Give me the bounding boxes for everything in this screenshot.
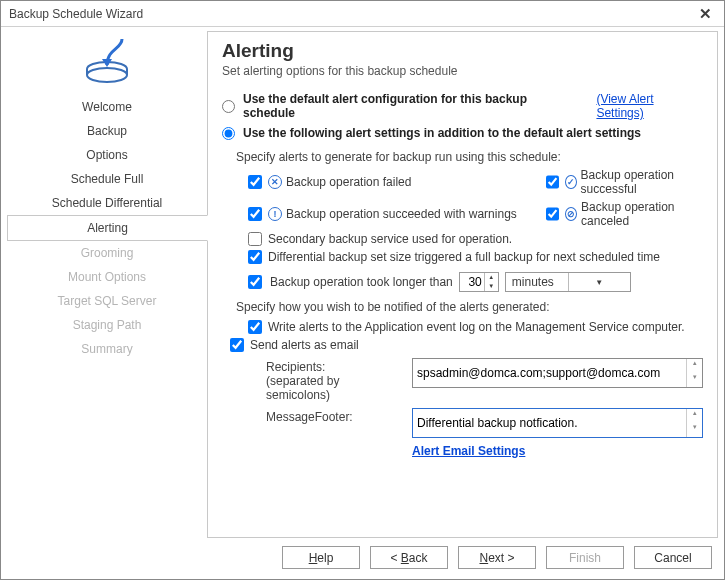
left-column: WelcomeBackupOptionsSchedule FullSchedul…: [7, 31, 207, 538]
success-icon: ✓: [565, 175, 577, 189]
view-alert-settings-link[interactable]: (View Alert Settings): [596, 92, 703, 120]
notify-eventlog-label: Write alerts to the Application event lo…: [268, 320, 685, 334]
finish-button[interactable]: Finish: [546, 546, 624, 569]
alert-canceled-checkbox[interactable]: [546, 207, 559, 221]
alert-success-row: ✓ Backup operation successful: [546, 168, 703, 196]
page-subtitle: Set alerting options for this backup sch…: [222, 64, 703, 78]
duration-input[interactable]: [460, 273, 484, 291]
alert-warnings-checkbox[interactable]: [248, 207, 262, 221]
body: WelcomeBackupOptionsSchedule FullSchedul…: [1, 27, 724, 538]
fail-icon: ✕: [268, 175, 282, 189]
notify-block: Write alerts to the Application event lo…: [248, 320, 703, 458]
spinner-down-icon[interactable]: ▼: [485, 282, 498, 291]
recipients-label: Recipients: (separated by semicolons): [266, 358, 406, 402]
back-button[interactable]: < Back: [370, 546, 448, 569]
notify-eventlog-row: Write alerts to the Application event lo…: [248, 320, 703, 334]
email-settings-row: Alert Email Settings: [266, 444, 703, 458]
alert-warnings-row: ! Backup operation succeeded with warnin…: [248, 207, 538, 221]
radio-default-row: Use the default alert configuration for …: [222, 92, 703, 120]
next-button[interactable]: Next >: [458, 546, 536, 569]
close-button[interactable]: ✕: [686, 5, 724, 22]
radio-custom-label: Use the following alert settings in addi…: [243, 126, 641, 140]
help-button[interactable]: Help: [282, 546, 360, 569]
window-title: Backup Schedule Wizard: [9, 7, 143, 21]
footer-label: MessageFooter:: [266, 408, 406, 424]
wizard-step-welcome[interactable]: Welcome: [7, 95, 207, 119]
hero-icon: [7, 31, 207, 91]
alerts-section-label: Specify alerts to generate for backup ru…: [236, 150, 703, 164]
alert-warnings-label: Backup operation succeeded with warnings: [286, 207, 517, 221]
recipients-input[interactable]: [413, 359, 686, 387]
notify-email-label: Send alerts as email: [250, 338, 359, 352]
cancel-button[interactable]: Cancel: [634, 546, 712, 569]
wizard-step-mount-options: Mount Options: [7, 265, 207, 289]
duration-unit-combo[interactable]: minutes ▼: [505, 272, 631, 292]
warning-icon: !: [268, 207, 282, 221]
notify-email-checkbox[interactable]: [230, 338, 244, 352]
wizard-window: Backup Schedule Wizard ✕ WelcomeBackupOp…: [0, 0, 725, 580]
alert-canceled-row: ⊘ Backup operation canceled: [546, 200, 703, 228]
alert-diff-trigger-row: Differential backup set size triggered a…: [248, 250, 703, 264]
alert-longer-row: Backup operation took longer than ▲ ▼ mi…: [248, 272, 703, 292]
radio-custom[interactable]: [222, 127, 235, 140]
content-panel: Alerting Set alerting options for this b…: [207, 31, 718, 538]
scrollbar[interactable]: ▴▾: [686, 359, 702, 387]
wizard-step-alerting[interactable]: Alerting: [7, 215, 208, 241]
alert-failed-checkbox[interactable]: [248, 175, 262, 189]
alerts-grid: ✕ Backup operation failed ✓ Backup opera…: [248, 168, 703, 292]
page-title: Alerting: [222, 40, 703, 62]
footer-input-wrap: ▴▾: [412, 408, 703, 438]
svg-point-0: [87, 68, 127, 82]
wizard-step-staging-path: Staging Path: [7, 313, 207, 337]
footer-row: MessageFooter: ▴▾: [266, 408, 703, 438]
backup-icon: [78, 37, 136, 85]
recipients-row: Recipients: (separated by semicolons) ▴▾: [266, 358, 703, 402]
alert-canceled-label: Backup operation canceled: [581, 200, 703, 228]
alert-secondary-checkbox[interactable]: [248, 232, 262, 246]
alert-longer-label: Backup operation took longer than: [270, 275, 453, 289]
wizard-step-backup[interactable]: Backup: [7, 119, 207, 143]
wizard-step-grooming: Grooming: [7, 241, 207, 265]
wizard-step-schedule-differential[interactable]: Schedule Differential: [7, 191, 207, 215]
wizard-step-target-sql-server: Target SQL Server: [7, 289, 207, 313]
radio-default-label: Use the default alert configuration for …: [243, 92, 578, 120]
alert-email-settings-link[interactable]: Alert Email Settings: [412, 444, 525, 458]
alert-failed-row: ✕ Backup operation failed: [248, 175, 538, 189]
notify-email-row: Send alerts as email: [230, 338, 703, 352]
wizard-step-summary: Summary: [7, 337, 207, 361]
scrollbar[interactable]: ▴▾: [686, 409, 702, 437]
notify-eventlog-checkbox[interactable]: [248, 320, 262, 334]
footer-input[interactable]: [413, 409, 686, 437]
cancel-icon: ⊘: [565, 207, 577, 221]
radio-custom-row: Use the following alert settings in addi…: [222, 126, 703, 140]
titlebar: Backup Schedule Wizard ✕: [1, 1, 724, 27]
alert-diff-trigger-label: Differential backup set size triggered a…: [268, 250, 660, 264]
alert-success-checkbox[interactable]: [546, 175, 559, 189]
alert-success-label: Backup operation successful: [581, 168, 703, 196]
alert-secondary-row: Secondary backup service used for operat…: [248, 232, 703, 246]
alert-longer-checkbox[interactable]: [248, 275, 262, 289]
alert-diff-trigger-checkbox[interactable]: [248, 250, 262, 264]
wizard-steps: WelcomeBackupOptionsSchedule FullSchedul…: [7, 95, 207, 361]
duration-unit-value: minutes: [506, 273, 568, 291]
alert-failed-label: Backup operation failed: [286, 175, 411, 189]
alert-secondary-label: Secondary backup service used for operat…: [268, 232, 512, 246]
recipients-input-wrap: ▴▾: [412, 358, 703, 388]
radio-default[interactable]: [222, 100, 235, 113]
duration-spinner[interactable]: ▲ ▼: [459, 272, 499, 292]
spinner-up-icon[interactable]: ▲: [485, 273, 498, 282]
chevron-down-icon[interactable]: ▼: [568, 273, 630, 291]
wizard-step-options[interactable]: Options: [7, 143, 207, 167]
footer: Help < Back Next > Finish Cancel: [1, 538, 724, 579]
wizard-step-schedule-full[interactable]: Schedule Full: [7, 167, 207, 191]
notify-section-label: Specify how you wish to be notified of t…: [236, 300, 703, 314]
